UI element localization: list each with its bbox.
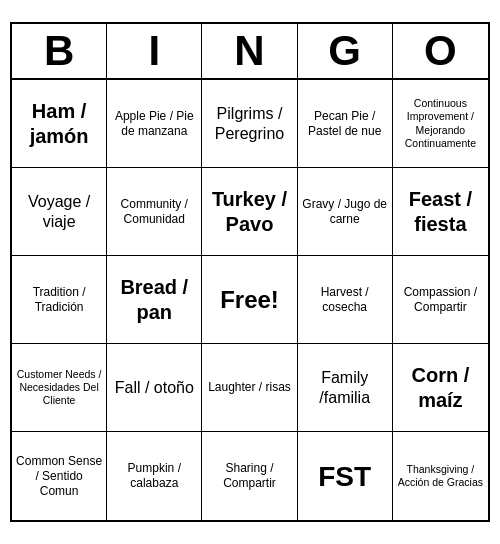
bingo-cell: Pecan Pie / Pastel de nue — [298, 80, 393, 168]
bingo-cell: Voyage / viaje — [12, 168, 107, 256]
bingo-cell: Fall / otoño — [107, 344, 202, 432]
header-letter: G — [298, 24, 393, 78]
bingo-cell: Common Sense / Sentido Comun — [12, 432, 107, 520]
bingo-cell: Harvest / cosecha — [298, 256, 393, 344]
bingo-cell: Compassion / Compartir — [393, 256, 488, 344]
bingo-cell: Feast / fiesta — [393, 168, 488, 256]
bingo-cell: Turkey / Pavo — [202, 168, 297, 256]
bingo-cell: Customer Needs / Necesidades Del Cliente — [12, 344, 107, 432]
bingo-cell: Apple Pie / Pie de manzana — [107, 80, 202, 168]
bingo-grid: Ham / jamónApple Pie / Pie de manzanaPil… — [12, 80, 488, 520]
bingo-cell: Gravy / Jugo de carne — [298, 168, 393, 256]
header-letter: N — [202, 24, 297, 78]
bingo-cell: Pilgrims / Peregrino — [202, 80, 297, 168]
bingo-cell: Community / Comunidad — [107, 168, 202, 256]
bingo-cell: Continuous Improvement / Mejorando Conti… — [393, 80, 488, 168]
bingo-cell: FST — [298, 432, 393, 520]
bingo-cell: Thanksgiving / Acción de Gracias — [393, 432, 488, 520]
header-letter: O — [393, 24, 488, 78]
bingo-cell: Sharing / Compartir — [202, 432, 297, 520]
bingo-cell: Bread / pan — [107, 256, 202, 344]
bingo-cell: Pumpkin / calabaza — [107, 432, 202, 520]
bingo-cell: Free! — [202, 256, 297, 344]
bingo-cell: Family /familia — [298, 344, 393, 432]
bingo-cell: Laughter / risas — [202, 344, 297, 432]
bingo-card: BINGO Ham / jamónApple Pie / Pie de manz… — [10, 22, 490, 522]
bingo-cell: Tradition / Tradición — [12, 256, 107, 344]
bingo-cell: Ham / jamón — [12, 80, 107, 168]
bingo-cell: Corn / maíz — [393, 344, 488, 432]
bingo-header: BINGO — [12, 24, 488, 80]
header-letter: I — [107, 24, 202, 78]
header-letter: B — [12, 24, 107, 78]
